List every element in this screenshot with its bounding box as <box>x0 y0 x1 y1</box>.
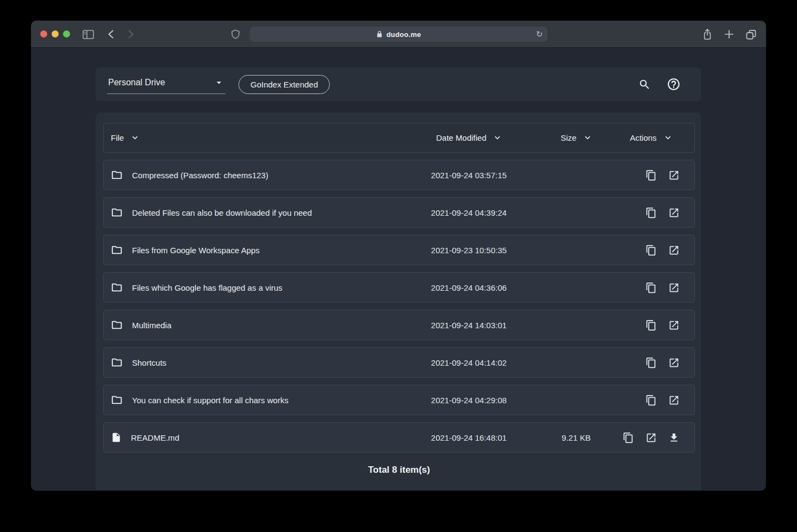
copy-link-icon[interactable] <box>623 432 634 443</box>
open-in-new-icon[interactable] <box>668 395 680 406</box>
date-modified: 2021-09-24 04:29:08 <box>393 396 545 405</box>
total-items-label: Total 8 item(s) <box>103 453 695 487</box>
browser-window: dudoo.me ↻ <box>31 21 766 491</box>
file-name-cell[interactable]: Multimedia <box>104 319 393 331</box>
table-row[interactable]: Deleted Files can also be downloaded if … <box>103 197 695 228</box>
top-toolbar: Personal Drive GoIndex Extended <box>96 67 701 101</box>
sort-chevron-icon <box>493 134 501 142</box>
toolbar-icons <box>638 77 681 91</box>
copy-link-icon[interactable] <box>645 357 657 368</box>
date-modified: 2021-09-24 04:14:02 <box>393 358 545 367</box>
table-row[interactable]: README.md 2021-09-24 16:48:01 9.21 KB <box>103 422 695 453</box>
open-in-new-icon[interactable] <box>668 245 680 256</box>
row-actions <box>607 245 694 256</box>
chrome-right-icons <box>702 21 756 48</box>
help-icon[interactable] <box>667 77 681 91</box>
forward-button[interactable] <box>125 21 135 48</box>
date-modified: 2021-09-24 04:36:06 <box>393 283 545 292</box>
drive-select[interactable]: Personal Drive <box>107 75 225 94</box>
file-name: Multimedia <box>132 321 172 330</box>
date-modified: 2021-09-24 14:03:01 <box>393 321 545 330</box>
table-rows: Compressed (Password: cheems123) 2021-09… <box>103 160 695 453</box>
column-header-file[interactable]: File <box>104 133 393 142</box>
folder-icon <box>111 394 123 406</box>
column-header-date[interactable]: Date Modified <box>393 133 545 142</box>
copy-link-icon[interactable] <box>645 207 657 218</box>
reload-icon[interactable]: ↻ <box>536 27 543 42</box>
open-in-new-icon[interactable] <box>668 207 680 218</box>
open-in-new-icon[interactable] <box>668 320 680 331</box>
table-header-row: File Date Modified Size <box>103 123 695 153</box>
file-name: README.md <box>131 433 179 442</box>
tab-overview-icon[interactable] <box>746 29 756 40</box>
sort-chevron-icon <box>583 134 592 142</box>
table-row[interactable]: Files which Google has flagged as a viru… <box>103 272 695 303</box>
privacy-shield-icon[interactable] <box>231 21 240 48</box>
download-icon[interactable] <box>668 432 680 443</box>
file-name-cell[interactable]: You can check if support for all chars w… <box>104 394 393 406</box>
drive-select-value: Personal Drive <box>108 78 165 87</box>
file-name: Compressed (Password: cheems123) <box>132 171 268 180</box>
file-name-cell[interactable]: Compressed (Password: cheems123) <box>104 169 393 181</box>
url-text: dudoo.me <box>386 30 421 39</box>
row-actions <box>607 395 694 406</box>
folder-icon <box>111 356 123 368</box>
row-actions <box>607 320 694 331</box>
file-name: Shortcuts <box>132 358 166 367</box>
folder-icon <box>111 244 123 256</box>
open-in-new-icon[interactable] <box>668 357 680 368</box>
file-name-cell[interactable]: Files from Google Workspace Apps <box>104 244 393 256</box>
file-name-cell[interactable]: Shortcuts <box>104 356 393 368</box>
close-window-button[interactable] <box>40 30 47 37</box>
open-in-new-icon[interactable] <box>645 432 657 443</box>
share-icon[interactable] <box>702 28 712 40</box>
file-name-cell[interactable]: Files which Google has flagged as a viru… <box>104 281 393 293</box>
new-tab-icon[interactable] <box>724 29 734 39</box>
file-name: You can check if support for all chars w… <box>132 396 288 405</box>
sort-chevron-icon <box>664 134 672 142</box>
file-name-cell[interactable]: README.md <box>104 432 393 443</box>
copy-link-icon[interactable] <box>645 320 657 331</box>
column-header-size[interactable]: Size <box>545 133 607 142</box>
folder-icon <box>111 281 123 293</box>
row-actions <box>607 432 694 443</box>
table-row[interactable]: Shortcuts 2021-09-24 04:14:02 <box>103 347 695 378</box>
file-size: 9.21 KB <box>545 433 607 442</box>
row-actions <box>607 207 694 218</box>
date-modified: 2021-09-24 03:57:15 <box>393 171 545 180</box>
sidebar-toggle-icon[interactable] <box>83 21 94 48</box>
column-header-actions[interactable]: Actions <box>607 133 694 142</box>
file-name: Files from Google Workspace Apps <box>132 246 260 255</box>
file-icon <box>111 432 122 443</box>
copy-link-icon[interactable] <box>645 245 657 256</box>
open-in-new-icon[interactable] <box>668 170 680 181</box>
page-content: Personal Drive GoIndex Extended <box>31 67 766 491</box>
copy-link-icon[interactable] <box>645 282 657 293</box>
folder-icon <box>111 319 123 331</box>
table-row[interactable]: Compressed (Password: cheems123) 2021-09… <box>103 160 695 190</box>
open-in-new-icon[interactable] <box>668 282 680 293</box>
minimize-window-button[interactable] <box>52 30 59 37</box>
address-bar[interactable]: dudoo.me ↻ <box>250 27 548 42</box>
table-row[interactable]: You can check if support for all chars w… <box>103 385 695 415</box>
table-row[interactable]: Multimedia 2021-09-24 14:03:01 <box>103 310 695 340</box>
copy-link-icon[interactable] <box>645 395 657 406</box>
browser-chrome: dudoo.me ↻ <box>31 21 766 48</box>
row-actions <box>607 282 694 293</box>
date-modified: 2021-09-24 16:48:01 <box>393 433 545 442</box>
folder-icon <box>111 169 123 181</box>
search-icon[interactable] <box>638 78 651 91</box>
zoom-window-button[interactable] <box>63 30 70 37</box>
chevron-down-icon <box>214 77 224 88</box>
date-modified: 2021-09-23 10:50:35 <box>393 246 545 255</box>
back-button[interactable] <box>106 21 116 48</box>
file-name-cell[interactable]: Deleted Files can also be downloaded if … <box>104 206 393 218</box>
table-row[interactable]: Files from Google Workspace Apps 2021-09… <box>103 235 695 265</box>
sort-chevron-icon <box>131 134 139 142</box>
goindex-extended-button[interactable]: GoIndex Extended <box>239 75 330 94</box>
row-actions <box>607 357 694 368</box>
file-name: Files which Google has flagged as a viru… <box>132 283 283 292</box>
file-list-card: File Date Modified Size <box>96 112 701 490</box>
copy-link-icon[interactable] <box>645 170 657 181</box>
row-actions <box>607 170 694 181</box>
